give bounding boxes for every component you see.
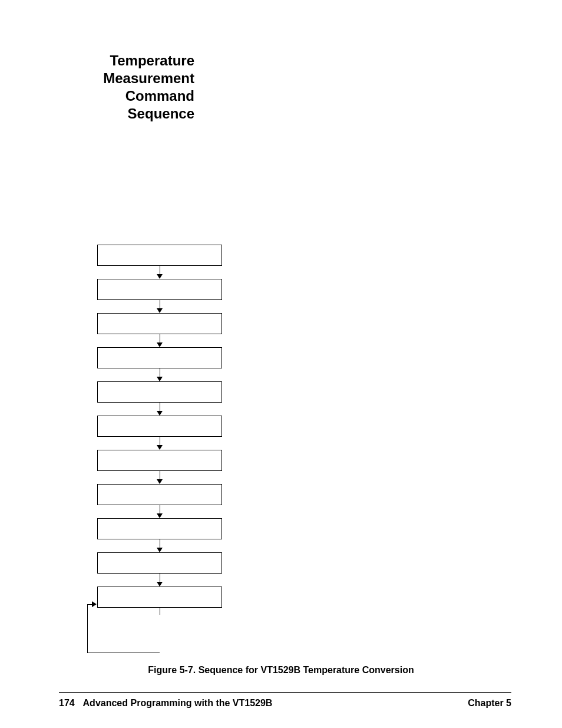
arrow-4	[157, 368, 163, 381]
loop-seg-left	[87, 604, 88, 653]
flow-box-1	[97, 245, 222, 266]
heading-line-2: Measurement	[59, 70, 194, 87]
heading-line-3: Command	[59, 87, 194, 105]
flow-box-6	[97, 416, 222, 437]
arrow-head-icon	[157, 342, 163, 347]
arrow-1	[157, 266, 163, 279]
flow-box-11	[97, 587, 222, 608]
footer-rule	[59, 692, 511, 693]
arrow-7	[157, 471, 163, 484]
heading-line-4: Sequence	[59, 105, 194, 123]
loop-arrow-head-icon	[92, 601, 97, 607]
footer-chapter: Chapter 5	[468, 698, 511, 709]
arrow-stem	[160, 266, 160, 274]
heading-line-1: Temperature	[59, 52, 194, 70]
loop-seg-bottom	[87, 653, 160, 653]
arrow-stem	[160, 334, 160, 342]
arrow-head-icon	[157, 582, 163, 587]
arrow-head-icon	[157, 308, 163, 313]
flow-box-7	[97, 450, 222, 471]
page-footer: 174 Advanced Programming with the VT1529…	[59, 698, 511, 709]
arrow-head-icon	[157, 377, 163, 381]
section-heading: Temperature Measurement Command Sequence	[59, 52, 194, 123]
flow-box-4	[97, 347, 222, 368]
arrow-stem	[160, 437, 160, 445]
arrow-2	[157, 300, 163, 313]
arrow-stem	[160, 539, 160, 548]
arrow-head-icon	[157, 513, 163, 518]
flowchart	[97, 245, 222, 615]
arrow-stem	[160, 368, 160, 377]
arrow-head-icon	[157, 411, 163, 416]
arrow-stem	[160, 505, 160, 513]
page: Temperature Measurement Command Sequence	[0, 0, 562, 728]
footer-title: Advanced Programming with the VT1529B	[83, 698, 273, 708]
flow-box-5	[97, 381, 222, 403]
arrow-10	[157, 574, 163, 587]
arrow-9	[157, 539, 163, 552]
arrow-head-icon	[157, 274, 163, 279]
flow-box-9	[97, 518, 222, 539]
arrow-stem	[160, 471, 160, 479]
page-number: 174	[59, 698, 75, 708]
arrow-stem	[160, 403, 160, 411]
loop-tail	[160, 608, 160, 615]
arrow-stem	[160, 574, 160, 582]
flow-box-2	[97, 279, 222, 300]
flow-box-10	[97, 552, 222, 574]
arrow-8	[157, 505, 163, 518]
arrow-head-icon	[157, 548, 163, 552]
arrow-head-icon	[157, 479, 163, 484]
flow-box-3	[97, 313, 222, 334]
figure-caption: Figure 5-7. Sequence for VT1529B Tempera…	[0, 665, 562, 676]
arrow-stem	[160, 300, 160, 308]
arrow-5	[157, 403, 163, 416]
arrow-head-icon	[157, 445, 163, 450]
arrow-6	[157, 437, 163, 450]
arrow-3	[157, 334, 163, 347]
footer-left: 174 Advanced Programming with the VT1529…	[59, 698, 272, 709]
flow-box-8	[97, 484, 222, 505]
